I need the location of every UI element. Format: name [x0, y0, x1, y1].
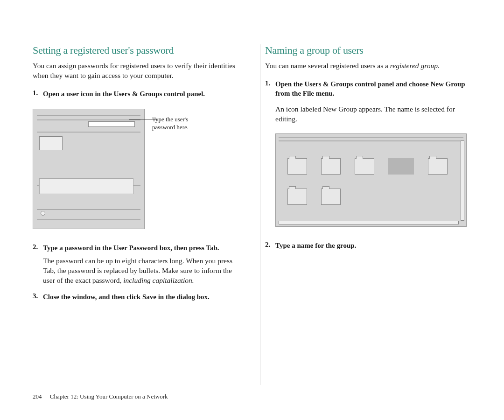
- left-step-3: 3. Close the window, and then click Save…: [33, 292, 239, 301]
- step-number: 2.: [265, 241, 275, 250]
- step-text: Open the Users & Groups control panel an…: [275, 79, 471, 98]
- page-footer: 204 Chapter 12: Using Your Computer on a…: [33, 393, 168, 400]
- figure-left: Type the user's password here.: [33, 109, 239, 229]
- left-column: Setting a registered user's password You…: [33, 44, 244, 385]
- window-sketch: [276, 134, 466, 226]
- right-step-2: 2. Type a name for the group.: [265, 241, 471, 250]
- callout-line: [129, 119, 157, 119]
- chapter-label: Chapter 12: Using Your Computer on a Net…: [50, 393, 168, 400]
- step-text: Open a user icon in the Users & Groups c…: [43, 89, 239, 98]
- step-title: Type a password in the User Password box…: [43, 244, 219, 252]
- user-dialog-screenshot: [33, 109, 145, 229]
- step-text: Close the window, and then click Save in…: [43, 292, 239, 301]
- step-text: Type a password in the User Password box…: [43, 243, 239, 286]
- step-text: Type a name for the group.: [275, 241, 471, 250]
- step-title: Type a name for the group.: [275, 242, 356, 249]
- step-body: The password can be up to eight characte…: [43, 256, 239, 286]
- right-step-1-after: An icon labeled New Group appears. The n…: [275, 105, 471, 124]
- step-number: 3.: [33, 292, 43, 301]
- left-intro: You can assign passwords for registered …: [33, 61, 239, 81]
- step-number: 2.: [33, 243, 43, 286]
- dialog-sketch: [37, 113, 140, 225]
- right-heading: Naming a group of users: [265, 44, 471, 56]
- left-heading: Setting a registered user's password: [33, 44, 239, 56]
- right-column: Naming a group of users You can name sev…: [260, 44, 471, 385]
- page-columns: Setting a registered user's password You…: [33, 44, 471, 385]
- figure-annotation-wrapper: Type the user's password here.: [152, 109, 208, 132]
- step-title: Open a user icon in the Users & Groups c…: [43, 90, 205, 98]
- right-step-1: 1. Open the Users & Groups control panel…: [265, 79, 471, 98]
- intro-pre: You can name several registered users as…: [265, 62, 390, 70]
- left-step-1: 1. Open a user icon in the Users & Group…: [33, 89, 239, 98]
- page-number: 204: [33, 393, 42, 400]
- step-title: Close the window, and then click Save in…: [43, 293, 210, 301]
- step-number: 1.: [265, 79, 275, 98]
- step-number: 1.: [33, 89, 43, 98]
- left-step-2: 2. Type a password in the User Password …: [33, 243, 239, 286]
- annotation-text: Type the user's password here.: [152, 116, 208, 132]
- step-title: Open the Users & Groups control panel an…: [275, 80, 465, 97]
- group-window-screenshot: [275, 133, 467, 227]
- body-italic: including capitalization.: [123, 276, 194, 284]
- right-intro: You can name several registered users as…: [265, 61, 471, 71]
- intro-italic: registered group.: [390, 62, 440, 70]
